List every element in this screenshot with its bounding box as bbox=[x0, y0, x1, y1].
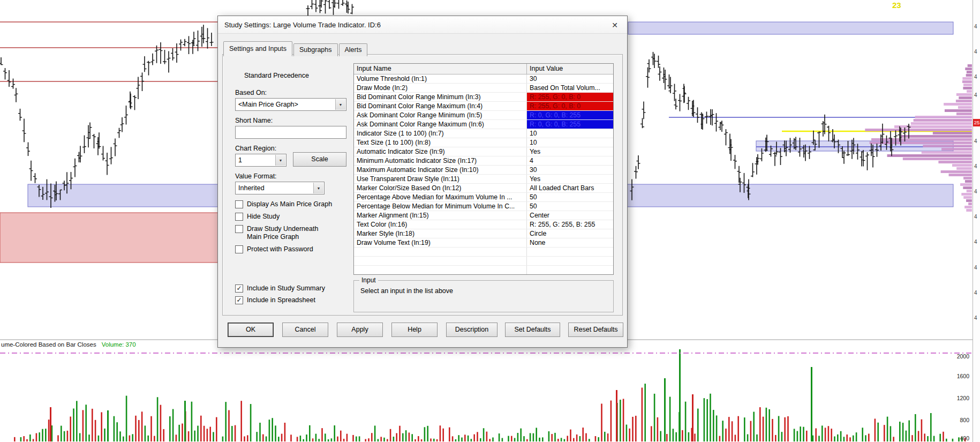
input-name-cell: Minimum Automatic Indicator Size (In:17) bbox=[354, 156, 527, 165]
chart-region-select[interactable]: 1 ▼ bbox=[235, 154, 287, 167]
price-axis-label: 4 bbox=[974, 163, 977, 169]
input-name-cell: Text Size (1 to 100) (In:8) bbox=[354, 138, 527, 147]
table-row[interactable]: Text Color (In:16)R: 255, G: 255, B: 255 bbox=[354, 220, 613, 229]
based-on-value: <Main Price Graph> bbox=[236, 99, 346, 110]
volume-axis-label: 1600 bbox=[932, 373, 969, 379]
display-options-checkbox-group: Display As Main Price GraphHide StudyDra… bbox=[235, 200, 353, 253]
table-row[interactable]: Ask Dominant Color Range Maximum (In:6)R… bbox=[354, 120, 613, 129]
ok-button[interactable]: OK bbox=[228, 323, 274, 337]
price-axis-label: 4 bbox=[974, 138, 977, 144]
table-row[interactable]: Volume Threshold (In:1)30 bbox=[354, 74, 613, 84]
price-axis-label: 4 bbox=[974, 214, 977, 220]
checkbox-draw-study-underneath[interactable]: Draw Study Underneath Main Price Graph bbox=[235, 225, 353, 241]
table-row[interactable]: Percentage Above Median for Maximum Volu… bbox=[354, 193, 613, 202]
table-row[interactable]: Automatic Indicator Size (In:9)Yes bbox=[354, 147, 613, 156]
checkbox-unchecked-icon[interactable] bbox=[235, 213, 243, 221]
table-row[interactable]: Percentage Below Median for Minimum Volu… bbox=[354, 202, 613, 211]
table-row-empty[interactable] bbox=[354, 257, 613, 266]
input-name-cell: Indicator Size (1 to 100) (In:7) bbox=[354, 129, 527, 138]
input-value-cell: 10 bbox=[527, 129, 613, 138]
cancel-button[interactable]: Cancel bbox=[282, 323, 328, 337]
chevron-down-icon[interactable]: ▼ bbox=[335, 99, 345, 110]
input-name-cell: Automatic Indicator Size (In:9) bbox=[354, 147, 527, 156]
checkbox-protect-with-password-label: Protect with Password bbox=[247, 245, 313, 253]
input-value-cell: R: 255, G: 0, B: 0 bbox=[527, 93, 613, 101]
input-name-cell: Maximum Automatic Indicator Size (In:10) bbox=[354, 166, 527, 174]
table-row[interactable]: Draw Mode (In:2)Based On Total Volum... bbox=[354, 84, 613, 93]
set-defaults-button[interactable]: Set Defaults bbox=[505, 323, 560, 337]
app-root: ume-Colored Based on Bar ClosesVolume: 3… bbox=[0, 0, 980, 442]
table-row[interactable]: Bid Dominant Color Range Minimum (In:3)R… bbox=[354, 93, 613, 102]
table-row[interactable]: Marker Style (In:18)Circle bbox=[354, 229, 613, 238]
checkbox-checked-icon[interactable]: ✓ bbox=[235, 284, 243, 293]
short-name-input[interactable] bbox=[235, 126, 346, 139]
table-row[interactable]: Bid Dominant Color Range Maximum (In:4)R… bbox=[354, 102, 613, 111]
short-name-label: Short Name: bbox=[235, 117, 273, 124]
input-name-cell: Draw Mode (In:2) bbox=[354, 84, 527, 92]
table-row[interactable]: Marker Alignment (In:15)Center bbox=[354, 211, 613, 220]
help-button[interactable]: Help bbox=[391, 323, 438, 337]
chart-name-label: ume-Colored Based on Bar Closes bbox=[1, 341, 96, 348]
apply-button[interactable]: Apply bbox=[337, 323, 383, 337]
volume-axis-label: 800 bbox=[932, 417, 969, 423]
value-format-value: Inherited bbox=[236, 182, 324, 194]
checkbox-include-in-study-summary-label: Include in Study Summary bbox=[247, 284, 325, 293]
input-name-cell bbox=[354, 266, 527, 274]
checkbox-unchecked-icon[interactable] bbox=[235, 225, 243, 233]
description-button[interactable]: Description bbox=[446, 323, 497, 337]
chevron-down-icon[interactable]: ▼ bbox=[313, 183, 323, 193]
price-axis-label: 4 bbox=[974, 74, 977, 80]
volume-axis-label: 400 bbox=[932, 435, 969, 441]
table-row[interactable]: Use Transparent Draw Style (In:11)Yes bbox=[354, 175, 613, 184]
checkbox-include-in-spreadsheet[interactable]: ✓Include in Spreadsheet bbox=[235, 296, 353, 304]
price-axis-label: 4 bbox=[974, 239, 977, 245]
checkbox-display-as-main-price-graph[interactable]: Display As Main Price Graph bbox=[235, 200, 353, 208]
checkbox-unchecked-icon[interactable] bbox=[235, 200, 243, 208]
inputs-table: Input Name Input Value Volume Threshold … bbox=[353, 63, 614, 275]
price-scale[interactable]: 44444444444425 bbox=[973, 0, 980, 442]
tab-alerts[interactable]: Alerts bbox=[339, 43, 368, 56]
table-row[interactable]: Draw Volume Text (In:19)None bbox=[354, 238, 613, 248]
dialog-titlebar[interactable]: Study Settings: Large Volume Trade Indic… bbox=[218, 16, 627, 34]
checkbox-hide-study-label: Hide Study bbox=[247, 213, 280, 221]
volume-pane-label: ume-Colored Based on Bar ClosesVolume: 3… bbox=[1, 341, 141, 348]
price-axis-label: 4 bbox=[974, 92, 977, 98]
checkbox-protect-with-password[interactable]: Protect with Password bbox=[235, 245, 353, 253]
column-header-input-value: Input Value bbox=[527, 64, 613, 74]
volume-axis-label: 1200 bbox=[932, 395, 969, 401]
table-row[interactable]: Maximum Automatic Indicator Size (In:10)… bbox=[354, 166, 613, 175]
chevron-down-icon[interactable]: ▼ bbox=[275, 155, 285, 166]
table-row[interactable]: Minimum Automatic Indicator Size (In:17)… bbox=[354, 156, 613, 166]
input-name-cell: Marker Alignment (In:15) bbox=[354, 211, 527, 220]
table-row[interactable]: Text Size (1 to 100) (In:8)10 bbox=[354, 138, 613, 147]
input-name-cell: Text Color (In:16) bbox=[354, 220, 527, 229]
close-icon[interactable]: ✕ bbox=[609, 19, 621, 31]
standard-precedence-label: Standard Precedence bbox=[244, 72, 309, 79]
tab-settings-and-inputs[interactable]: Settings and Inputs bbox=[223, 41, 292, 56]
table-row[interactable]: Indicator Size (1 to 100) (In:7)10 bbox=[354, 129, 613, 138]
based-on-select[interactable]: <Main Price Graph> ▼ bbox=[235, 98, 346, 111]
column-header-input-name: Input Name bbox=[354, 64, 527, 74]
chart-region-label: Chart Region: bbox=[235, 145, 276, 152]
input-value-cell: Yes bbox=[527, 147, 613, 156]
table-row[interactable]: Ask Dominant Color Range Minimum (In:5)R… bbox=[354, 111, 613, 120]
input-name-cell: Percentage Below Median for Minimum Volu… bbox=[354, 202, 527, 211]
input-value-cell: R: 0, G: 0, B: 255 bbox=[527, 120, 613, 129]
tab-subgraphs[interactable]: Subgraphs bbox=[293, 43, 337, 56]
input-name-cell: Ask Dominant Color Range Maximum (In:6) bbox=[354, 120, 527, 129]
reset-defaults-button[interactable]: Reset Defaults bbox=[568, 323, 623, 337]
table-row[interactable]: Marker Color/Size Based On (In:12)All Lo… bbox=[354, 184, 613, 193]
volume-value-label: Volume: 370 bbox=[102, 341, 136, 348]
input-value-cell: Yes bbox=[527, 175, 613, 183]
checkbox-hide-study[interactable]: Hide Study bbox=[235, 213, 353, 221]
value-format-select[interactable]: Inherited ▼ bbox=[235, 182, 325, 194]
scale-button[interactable]: Scale bbox=[293, 152, 346, 167]
checkbox-checked-icon[interactable]: ✓ bbox=[235, 296, 243, 304]
input-name-cell bbox=[354, 257, 527, 265]
table-row-empty[interactable] bbox=[354, 248, 613, 257]
checkbox-include-in-study-summary[interactable]: ✓Include in Study Summary bbox=[235, 284, 353, 293]
input-name-cell: Ask Dominant Color Range Minimum (In:5) bbox=[354, 111, 527, 119]
table-row-empty[interactable] bbox=[354, 266, 613, 275]
input-value-cell: 10 bbox=[527, 138, 613, 147]
checkbox-unchecked-icon[interactable] bbox=[235, 245, 243, 253]
